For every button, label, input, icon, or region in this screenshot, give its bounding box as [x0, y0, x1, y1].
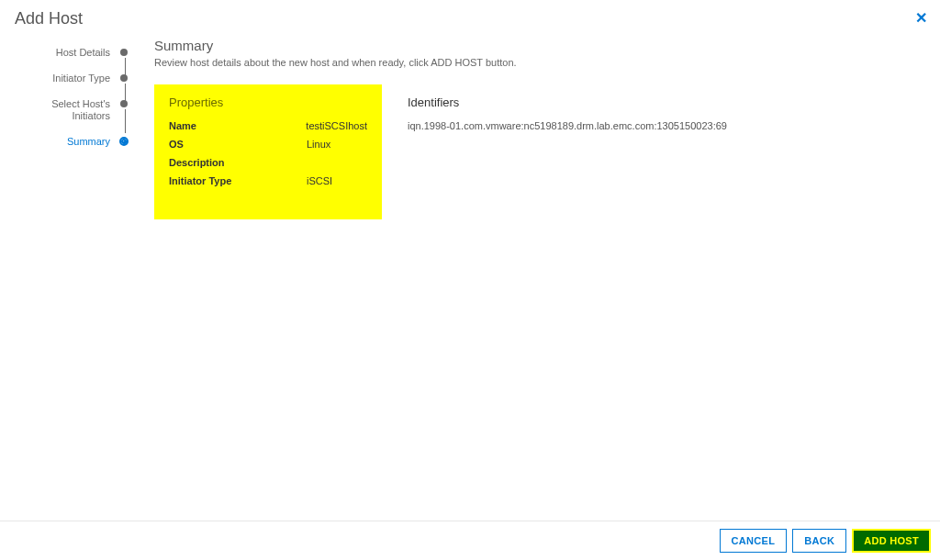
property-label: Name — [169, 120, 306, 131]
step-host-details[interactable]: Host Details — [0, 47, 129, 60]
property-value: iSCSI — [307, 175, 332, 186]
property-label: OS — [169, 139, 307, 150]
dialog-title: Add Host — [0, 0, 940, 34]
identifiers-heading: Identifiers — [408, 95, 777, 109]
property-value: testiSCSIhost — [306, 120, 367, 131]
step-dot-icon — [120, 100, 128, 107]
step-label: Initiator Type — [52, 73, 119, 85]
property-row-os: OS Linux — [169, 139, 367, 150]
identifier-value: iqn.1998-01.com.vmware:nc5198189.drm.lab… — [408, 120, 777, 131]
step-initiator-type[interactable]: Initiator Type — [0, 73, 129, 85]
step-dot-icon — [120, 74, 128, 82]
step-label: Host Details — [56, 47, 119, 60]
step-label: Summary — [67, 136, 119, 149]
step-select-initiators[interactable]: Select Host's Initiators — [0, 98, 129, 124]
property-row-initiator-type: Initiator Type iSCSI — [169, 175, 367, 186]
step-label: Select Host's Initiators — [28, 98, 119, 124]
property-value: Linux — [307, 139, 330, 150]
wizard-steps: Host Details Initiator Type Select Host'… — [0, 34, 129, 219]
property-label: Description — [169, 157, 307, 168]
add-host-button[interactable]: ADD HOST — [852, 529, 931, 553]
property-label: Initiator Type — [169, 175, 307, 186]
step-summary[interactable]: Summary — [0, 136, 129, 149]
step-connector — [125, 109, 126, 133]
summary-subtitle: Review host details about the new host a… — [154, 57, 918, 68]
close-icon[interactable]: ✕ — [915, 9, 927, 27]
identifiers-panel: Identifiers iqn.1998-01.com.vmware:nc519… — [382, 84, 777, 219]
property-row-description: Description — [169, 157, 367, 168]
properties-heading: Properties — [169, 95, 367, 109]
properties-panel: Properties Name testiSCSIhost OS Linux D… — [154, 84, 382, 219]
step-dot-icon — [120, 49, 128, 56]
back-button[interactable]: BACK — [792, 529, 846, 553]
summary-heading: Summary — [154, 38, 918, 53]
dialog-footer: CANCEL BACK ADD HOST — [0, 521, 940, 560]
property-row-name: Name testiSCSIhost — [169, 120, 367, 131]
step-dot-icon — [119, 137, 129, 146]
cancel-button[interactable]: CANCEL — [720, 529, 788, 553]
